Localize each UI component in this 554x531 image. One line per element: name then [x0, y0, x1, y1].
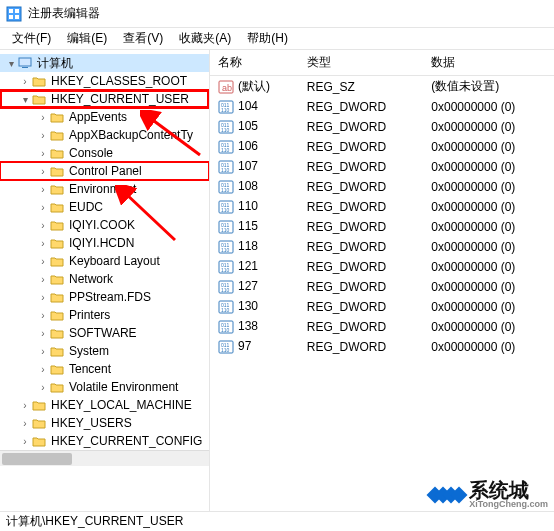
- expander-icon[interactable]: ›: [18, 76, 32, 87]
- tree-node-control-panel[interactable]: ›Control Panel: [0, 162, 209, 180]
- tree-node-iqiyi-cook[interactable]: ›IQIYI.COOK: [0, 216, 209, 234]
- expander-icon[interactable]: ›: [36, 166, 50, 177]
- tree-node-console[interactable]: ›Console: [0, 144, 209, 162]
- tree-hive-hkcr[interactable]: › HKEY_CLASSES_ROOT: [0, 72, 209, 90]
- expander-icon[interactable]: ›: [36, 382, 50, 393]
- expander-icon[interactable]: ›: [18, 400, 32, 411]
- tree-node-ppstream-fds[interactable]: ›PPStream.FDS: [0, 288, 209, 306]
- table-row[interactable]: 011110105REG_DWORD0x00000000 (0): [210, 117, 554, 137]
- expander-icon[interactable]: ›: [36, 148, 50, 159]
- tree-node-system[interactable]: ›System: [0, 342, 209, 360]
- svg-text:110: 110: [221, 147, 230, 153]
- folder-icon: [50, 128, 66, 142]
- expander-icon[interactable]: ›: [36, 202, 50, 213]
- value-data: 0x00000000 (0): [423, 157, 554, 177]
- menu-favorites[interactable]: 收藏夹(A): [171, 28, 239, 49]
- table-row[interactable]: 011110106REG_DWORD0x00000000 (0): [210, 137, 554, 157]
- titlebar: 注册表编辑器: [0, 0, 554, 28]
- menu-edit[interactable]: 编辑(E): [59, 28, 115, 49]
- expander-icon[interactable]: ›: [36, 256, 50, 267]
- expander-icon[interactable]: ›: [36, 130, 50, 141]
- tree-node-printers[interactable]: ›Printers: [0, 306, 209, 324]
- tree-hive-hklm[interactable]: › HKEY_LOCAL_MACHINE: [0, 396, 209, 414]
- tree-label: Network: [69, 272, 113, 286]
- expander-icon[interactable]: ▾: [4, 58, 18, 69]
- expander-icon[interactable]: ›: [36, 310, 50, 321]
- table-row[interactable]: 011110104REG_DWORD0x00000000 (0): [210, 97, 554, 117]
- folder-icon: [32, 416, 48, 430]
- value-type: REG_DWORD: [299, 117, 424, 137]
- value-type: REG_DWORD: [299, 97, 424, 117]
- tree-label: HKEY_CURRENT_USER: [51, 92, 189, 106]
- folder-icon: [50, 110, 66, 124]
- col-data[interactable]: 数据: [423, 50, 554, 76]
- menu-view[interactable]: 查看(V): [115, 28, 171, 49]
- table-row[interactable]: 011110138REG_DWORD0x00000000 (0): [210, 317, 554, 337]
- tree-node-software[interactable]: ›SOFTWARE: [0, 324, 209, 342]
- tree-node-keyboard-layout[interactable]: ›Keyboard Layout: [0, 252, 209, 270]
- svg-rect-3: [9, 15, 13, 19]
- expander-icon[interactable]: ›: [36, 274, 50, 285]
- tree-hscrollbar[interactable]: [0, 450, 209, 466]
- folder-icon: [32, 92, 48, 106]
- tree-node-network[interactable]: ›Network: [0, 270, 209, 288]
- tree-node-appevents[interactable]: ›AppEvents: [0, 108, 209, 126]
- value-icon: 011110: [218, 119, 234, 135]
- tree-node-environment[interactable]: ›Environment: [0, 180, 209, 198]
- tree-root[interactable]: ▾ 计算机: [0, 54, 209, 72]
- value-type: REG_DWORD: [299, 157, 424, 177]
- col-type[interactable]: 类型: [299, 50, 424, 76]
- registry-values[interactable]: 名称 类型 数据 ab(默认)REG_SZ(数值未设置)011110104REG…: [210, 50, 554, 511]
- expander-icon[interactable]: ›: [36, 346, 50, 357]
- svg-rect-5: [19, 58, 31, 66]
- folder-icon: [50, 290, 66, 304]
- value-type: REG_DWORD: [299, 297, 424, 317]
- value-data: 0x00000000 (0): [423, 97, 554, 117]
- tree-label: PPStream.FDS: [69, 290, 151, 304]
- table-row[interactable]: ab(默认)REG_SZ(数值未设置): [210, 76, 554, 98]
- table-row[interactable]: 011110127REG_DWORD0x00000000 (0): [210, 277, 554, 297]
- tree-hive-hkcu[interactable]: ▾ HKEY_CURRENT_USER: [0, 90, 209, 108]
- tree-node-tencent[interactable]: ›Tencent: [0, 360, 209, 378]
- value-data: 0x00000000 (0): [423, 237, 554, 257]
- expander-icon[interactable]: ›: [36, 184, 50, 195]
- tree-node-iqiyi-hcdn[interactable]: ›IQIYI.HCDN: [0, 234, 209, 252]
- expander-icon[interactable]: ›: [18, 436, 32, 447]
- svg-text:110: 110: [221, 207, 230, 213]
- expander-icon[interactable]: ›: [36, 238, 50, 249]
- tree-label: System: [69, 344, 109, 358]
- table-row[interactable]: 011110115REG_DWORD0x00000000 (0): [210, 217, 554, 237]
- value-icon: 011110: [218, 279, 234, 295]
- col-name[interactable]: 名称: [210, 50, 299, 76]
- tree-hive-hkcc[interactable]: › HKEY_CURRENT_CONFIG: [0, 432, 209, 450]
- menu-help[interactable]: 帮助(H): [239, 28, 296, 49]
- expander-icon[interactable]: ›: [36, 364, 50, 375]
- watermark-url: XiTongCheng.com: [469, 500, 548, 509]
- tree-hive-hku[interactable]: › HKEY_USERS: [0, 414, 209, 432]
- value-icon: 011110: [218, 199, 234, 215]
- table-row[interactable]: 01111097REG_DWORD0x00000000 (0): [210, 337, 554, 357]
- value-data: 0x00000000 (0): [423, 177, 554, 197]
- table-row[interactable]: 011110107REG_DWORD0x00000000 (0): [210, 157, 554, 177]
- svg-text:110: 110: [221, 227, 230, 233]
- svg-text:110: 110: [221, 247, 230, 253]
- expander-icon[interactable]: ›: [36, 112, 50, 123]
- value-data: 0x00000000 (0): [423, 117, 554, 137]
- tree-node-appxbackupcontentty[interactable]: ›AppXBackupContentTy: [0, 126, 209, 144]
- menu-file[interactable]: 文件(F): [4, 28, 59, 49]
- expander-icon[interactable]: ›: [36, 292, 50, 303]
- expander-icon[interactable]: ›: [18, 418, 32, 429]
- expander-icon[interactable]: ›: [36, 328, 50, 339]
- tree-node-volatile-environment[interactable]: ›Volatile Environment: [0, 378, 209, 396]
- table-row[interactable]: 011110121REG_DWORD0x00000000 (0): [210, 257, 554, 277]
- table-row[interactable]: 011110118REG_DWORD0x00000000 (0): [210, 237, 554, 257]
- registry-tree[interactable]: ▾ 计算机 › HKEY_CLASSES_ROOT ▾ HKEY_CURRENT…: [0, 50, 210, 511]
- folder-icon: [32, 74, 48, 88]
- table-row[interactable]: 011110110REG_DWORD0x00000000 (0): [210, 197, 554, 217]
- tree-node-eudc[interactable]: ›EUDC: [0, 198, 209, 216]
- expander-icon[interactable]: ›: [36, 220, 50, 231]
- table-row[interactable]: 011110130REG_DWORD0x00000000 (0): [210, 297, 554, 317]
- table-row[interactable]: 011110108REG_DWORD0x00000000 (0): [210, 177, 554, 197]
- expander-icon[interactable]: ▾: [18, 94, 32, 105]
- value-icon: ab: [218, 79, 234, 95]
